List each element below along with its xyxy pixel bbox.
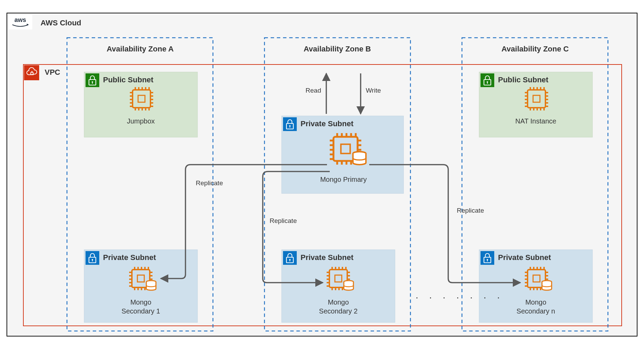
private-subnet-c-secondary: Private Subnet Mongo Secondary n xyxy=(479,250,592,322)
private-subnet-a-title: Private Subnet xyxy=(103,253,156,262)
mongo-sec2-l1: Mongo xyxy=(328,298,349,306)
public-subnet-a: Public Subnet Jumpbox xyxy=(84,72,197,137)
private-subnet-b-primary-title: Private Subnet xyxy=(301,119,354,128)
lock-icon xyxy=(86,73,99,87)
mongo-secn-l1: Mongo xyxy=(525,298,546,306)
mongo-primary-label: Mongo Primary xyxy=(320,176,367,183)
jumpbox-label: Jumpbox xyxy=(127,117,155,125)
nat-instance-label: NAT Instance xyxy=(515,117,556,125)
replicate-c-label: Replicate xyxy=(457,207,484,214)
replicate-a-label: Replicate xyxy=(196,179,223,187)
public-subnet-c: Public Subnet NAT Instance xyxy=(479,72,592,137)
vpc-label: VPC xyxy=(45,68,60,76)
private-subnet-b-primary: Private Subnet Mongo Primary xyxy=(282,116,404,193)
lock-icon xyxy=(481,251,494,265)
private-subnet-b-title: Private Subnet xyxy=(301,253,354,262)
mongo-secn-l2: Secondary n xyxy=(517,307,555,315)
private-subnet-a-secondary: Private Subnet Mongo Secondary 1 xyxy=(84,250,197,322)
write-label: Write xyxy=(366,87,381,94)
lock-icon xyxy=(481,73,494,87)
public-subnet-c-title: Public Subnet xyxy=(498,75,549,84)
private-subnet-b-secondary: Private Subnet Mongo Secondary 2 xyxy=(282,250,395,322)
az-a-label: Availability Zone A xyxy=(106,45,173,53)
aws-logo-icon xyxy=(8,14,32,29)
replicate-b-label: Replicate xyxy=(270,217,297,224)
az-b-label: Availability Zone B xyxy=(304,45,371,53)
lock-icon xyxy=(283,251,297,265)
read-label: Read xyxy=(306,87,321,94)
public-subnet-a-title: Public Subnet xyxy=(103,75,154,84)
az-c-label: Availability Zone C xyxy=(501,45,569,53)
mongo-sec2-l2: Secondary 2 xyxy=(319,307,358,315)
mongo-sec1-l1: Mongo xyxy=(130,298,151,306)
lock-icon xyxy=(86,251,99,265)
aws-cloud-label: AWS Cloud xyxy=(41,19,81,27)
ellipsis: . . . . . . . xyxy=(416,290,504,300)
private-subnet-c-title: Private Subnet xyxy=(498,253,551,262)
lock-icon xyxy=(283,117,297,131)
mongo-sec1-l2: Secondary 1 xyxy=(122,307,160,315)
vpc-badge-icon xyxy=(24,65,39,80)
